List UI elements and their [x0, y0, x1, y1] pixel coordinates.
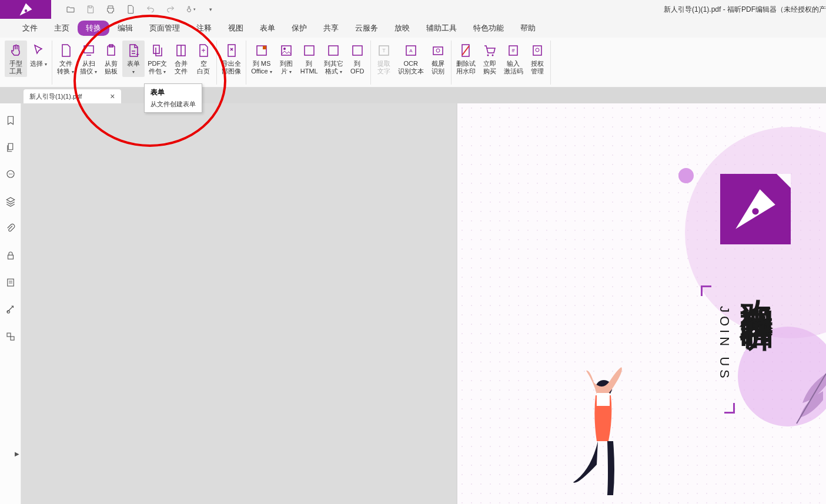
svg-point-21 [536, 48, 539, 52]
ribbon-tooltip: 表单 从文件创建表单 [144, 83, 202, 113]
ribbon-btn-form[interactable]: +表单 ▾ [122, 41, 145, 77]
ribbon-label: PDF文 件包 ▾ [148, 60, 167, 75]
foxit-logo-box [720, 174, 791, 244]
svg-text:A: A [409, 48, 413, 53]
page-blank-area [21, 103, 456, 504]
comment-icon[interactable] [5, 169, 16, 180]
buy-icon [481, 42, 498, 59]
save-icon[interactable] [85, 4, 96, 15]
ribbon-label: 截屏 识别 [432, 60, 444, 75]
ribbon-btn-auth[interactable]: 授权 管理 [526, 41, 549, 77]
svg-point-25 [11, 174, 12, 175]
stamp-icon[interactable] [5, 304, 16, 315]
ms-icon [253, 42, 270, 59]
ofd-icon [349, 42, 366, 59]
bookmark-icon[interactable] [5, 115, 16, 126]
html-icon [301, 42, 317, 59]
menu-view[interactable]: 视图 [220, 21, 252, 36]
ribbon-btn-pkg[interactable]: PDF文 件包 ▾ [145, 41, 170, 77]
share-icon[interactable] [5, 331, 16, 342]
ribbon-btn-html[interactable]: 到 HTML [297, 41, 321, 77]
attach-icon[interactable] [5, 223, 16, 234]
menu-home[interactable]: 主页 [46, 21, 78, 36]
ribbon-btn-hand[interactable]: 手型 工具 [5, 41, 27, 77]
redo-icon[interactable] [165, 4, 176, 15]
ribbon-btn-export[interactable]: 导出全 部图像 [219, 41, 244, 77]
ribbon-btn-extract[interactable]: T提取 文字 [373, 41, 395, 77]
ribbon-btn-select[interactable]: 选择 ▾ [27, 41, 50, 69]
ribbon-label: 手型 工具 [9, 60, 22, 75]
tab-close-button[interactable]: × [108, 92, 116, 101]
ribbon-label: 文件 转换 ▾ [57, 60, 74, 75]
pen-nib-icon [729, 183, 782, 236]
window-title: 新人引导(1)(1).pdf - 福昕PDF编辑器（未经授权的产 [664, 5, 826, 15]
ribbon-btn-other[interactable]: 到其它 格式 ▾ [321, 41, 346, 77]
ribbon-btn-water[interactable]: 删除试 用水印 [453, 41, 479, 77]
ribbon-btn-file[interactable]: 文件 转换 ▾ [54, 41, 77, 77]
menu-edit[interactable]: 编辑 [109, 21, 141, 36]
svg-rect-20 [533, 46, 541, 55]
sign-icon[interactable] [5, 277, 16, 288]
ribbon-btn-clip[interactable]: 从剪 贴板 [100, 41, 122, 77]
menu-page[interactable]: 页面管理 [141, 21, 188, 36]
svg-text:+: + [136, 51, 139, 58]
menu-present[interactable]: 放映 [386, 21, 418, 36]
svg-point-16 [487, 54, 489, 56]
ribbon-label: 立即 购买 [483, 60, 496, 75]
menu-convert[interactable]: 转换 [78, 21, 109, 36]
ribbon-label: 到图 片 ▾ [280, 60, 293, 75]
ribbon-btn-ofd[interactable]: 到 OFD [346, 41, 369, 77]
export-icon [223, 42, 240, 59]
ribbon-label: 提取 文字 [377, 60, 390, 75]
title-bar: ▾ ▾ 新人引导(1)(1).pdf - 福昕PDF编辑器（未经授权的产 [0, 0, 826, 19]
ribbon-btn-buy[interactable]: 立即 购买 [479, 41, 501, 77]
ribbon-label: 到其它 格式 ▾ [324, 60, 343, 75]
expand-panel-icon[interactable]: ▶ [15, 451, 19, 457]
page-content: JOIN US 欢迎来到福昕 [457, 103, 826, 504]
ribbon-group: 导出全 部图像 [217, 41, 246, 85]
ribbon-btn-scan[interactable]: 从扫 描仪 ▾ [77, 41, 100, 77]
ribbon-btn-snap[interactable]: 截屏 识别 [427, 41, 449, 77]
svg-point-24 [10, 174, 11, 175]
menu-annotate[interactable]: 注释 [188, 21, 220, 36]
qat-more-icon[interactable]: ▾ [205, 4, 216, 15]
open-icon[interactable] [65, 4, 76, 15]
ribbon-btn-ocr[interactable]: AOCR 识别文本 [395, 41, 427, 77]
document-tab[interactable]: 新人引导(1)(1).pdf × [24, 89, 121, 103]
lock-icon[interactable] [5, 250, 16, 261]
svg-rect-27 [7, 279, 14, 286]
merge-icon [173, 42, 189, 59]
menu-help[interactable]: 帮助 [512, 21, 544, 36]
print-icon[interactable] [105, 4, 116, 15]
undo-icon[interactable] [145, 4, 156, 15]
ribbon-btn-merge[interactable]: 合并 文件 [170, 41, 192, 77]
menu-form[interactable]: 表单 [252, 21, 283, 36]
menu-accessibility[interactable]: 辅助工具 [418, 21, 465, 36]
ribbon-btn-blank[interactable]: +空 白页 [192, 41, 215, 77]
document-canvas[interactable]: JOIN US 欢迎来到福昕 [21, 103, 826, 504]
key-icon: # [505, 42, 521, 59]
ribbon-btn-key[interactable]: #输入 激活码 [501, 41, 526, 77]
svg-text:T: T [382, 48, 386, 53]
ribbon-label: 合并 文件 [175, 60, 188, 75]
ribbon-label: 到 HTML [300, 60, 318, 75]
pages-icon[interactable] [5, 142, 16, 153]
touch-icon[interactable]: ▾ [185, 4, 196, 15]
page-icon[interactable] [125, 4, 136, 15]
svg-text:#: # [512, 48, 515, 53]
ribbon-btn-img[interactable]: 到图 片 ▾ [275, 41, 297, 77]
menu-file[interactable]: 文件 [14, 21, 46, 36]
menu-share[interactable]: 共享 [315, 21, 347, 36]
leaf-illustration [791, 368, 826, 426]
svg-rect-13 [433, 47, 443, 55]
ribbon-label: 从剪 贴板 [105, 60, 118, 75]
ribbon-label: 导出全 部图像 [222, 60, 241, 75]
ribbon-label: 空 白页 [197, 60, 210, 75]
menu-features[interactable]: 特色功能 [465, 21, 512, 36]
pkg-icon [149, 42, 166, 59]
menu-cloud[interactable]: 云服务 [347, 21, 386, 36]
ribbon-btn-ms[interactable]: 到 MS Office ▾ [248, 41, 275, 77]
ribbon-label: 授权 管理 [531, 60, 544, 75]
menu-protect[interactable]: 保护 [283, 21, 315, 36]
layers-icon[interactable] [5, 196, 16, 207]
